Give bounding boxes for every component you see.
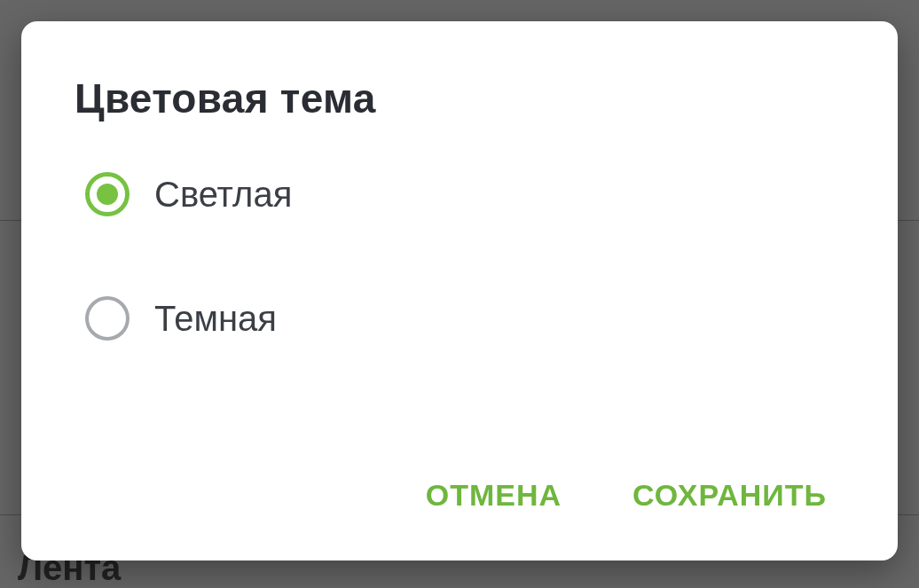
dialog-title: Цветовая тема xyxy=(75,74,844,122)
radio-option-dark[interactable]: Темная xyxy=(85,296,844,341)
radio-label: Светлая xyxy=(154,175,292,215)
dialog-actions: ОТМЕНА СОХРАНИТЬ xyxy=(75,478,844,525)
radio-option-light[interactable]: Светлая xyxy=(85,172,844,216)
save-button[interactable]: СОХРАНИТЬ xyxy=(632,478,827,513)
radio-group: Светлая Темная xyxy=(75,172,844,478)
theme-dialog: Цветовая тема Светлая Темная ОТМЕНА СОХР… xyxy=(21,21,898,561)
radio-label: Темная xyxy=(154,299,277,339)
radio-selected-icon xyxy=(85,172,130,216)
cancel-button[interactable]: ОТМЕНА xyxy=(426,478,562,513)
radio-unselected-icon xyxy=(85,296,130,341)
